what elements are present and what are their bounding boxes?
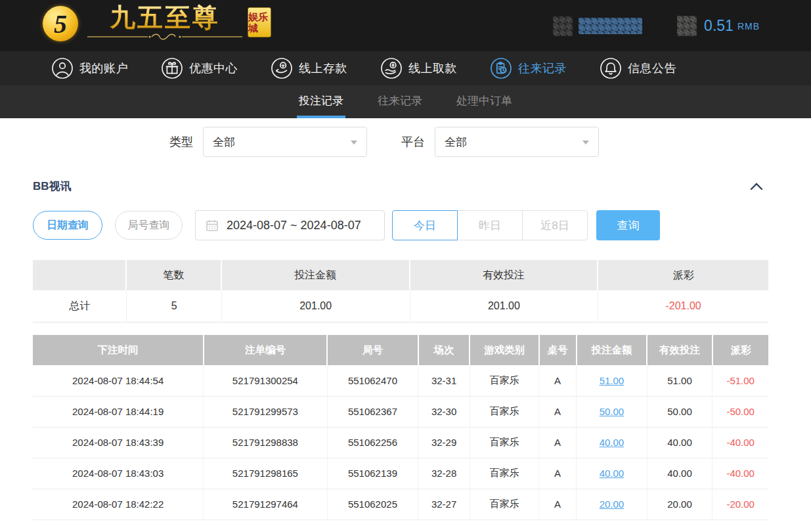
bet-cell: 20.00 — [577, 489, 647, 520]
bet-cell: 2024-08-07 18:44:54 — [33, 365, 204, 396]
bet-table-head: 下注时间注单编号局号场次游戏类别桌号投注金额有效投注派彩 — [33, 335, 768, 365]
bet-column-header: 注单编号 — [204, 335, 327, 365]
summary-value-cell: 201.00 — [410, 290, 599, 322]
filter-row: 类型 全部 平台 全部 — [33, 127, 768, 157]
date-query-button[interactable]: 日期查询 — [33, 211, 102, 240]
bet-cell: 521791297464 — [204, 489, 327, 520]
bet-amount-link[interactable]: 40.00 — [600, 468, 625, 479]
bet-column-header: 投注金额 — [577, 335, 647, 365]
brand-logo[interactable]: 5 九五至尊 娱乐城 — [43, 2, 271, 41]
platform-select-value: 全部 — [445, 135, 467, 150]
bet-cell: 50.00 — [647, 396, 712, 427]
type-select[interactable]: 全部 — [203, 127, 367, 157]
quick-date-button-0[interactable]: 今日 — [392, 210, 458, 240]
logo-icon: 5 — [43, 6, 78, 41]
bet-cell: 521791299573 — [204, 396, 327, 427]
summary-value-cell: 5 — [127, 290, 221, 322]
bet-header-row: 下注时间注单编号局号场次游戏类别桌号投注金额有效投注派彩 — [33, 335, 768, 365]
main-content: 类型 全部 平台 全部 BB视讯 日期查询 局号查询 2024 — [33, 127, 768, 520]
tab-pending[interactable]: 处理中订单 — [454, 85, 514, 118]
type-select-value: 全部 — [213, 135, 235, 150]
search-button[interactable]: 查询 — [596, 210, 660, 240]
bet-column-header: 派彩 — [712, 335, 768, 365]
date-range-picker[interactable]: 2024-08-07 ~ 2024-08-07 — [195, 210, 385, 240]
bet-row: 2024-08-07 18:44:19521791299573551062367… — [33, 396, 768, 427]
nav-item-promo[interactable]: 优惠中心 — [161, 57, 238, 79]
nav-item-label: 线上取款 — [408, 60, 457, 76]
nav-item-account[interactable]: 我的账户 — [51, 57, 128, 79]
brand-name: 九五至尊 — [110, 3, 220, 32]
bet-amount-link[interactable]: 51.00 — [600, 375, 625, 386]
bet-cell: 51.00 — [577, 365, 647, 396]
bet-cell: 50.00 — [577, 396, 647, 427]
bet-cell: 32-31 — [418, 365, 470, 396]
bet-amount-link[interactable]: 40.00 — [600, 437, 625, 448]
summary-value-cell: 201.00 — [222, 290, 410, 322]
calendar-icon — [206, 219, 219, 232]
summary-header-cell: 派彩 — [598, 260, 768, 290]
bet-cell: 2024-08-07 18:44:19 — [33, 396, 204, 427]
nav-item-news[interactable]: 信息公告 — [600, 57, 676, 79]
bet-row: 2024-08-07 18:43:03521791298165551062139… — [33, 458, 768, 489]
bet-records-table: 下注时间注单编号局号场次游戏类别桌号投注金额有效投注派彩 2024-08-07 … — [33, 335, 768, 520]
bet-cell: 32-27 — [418, 489, 470, 520]
quick-date-button-2[interactable]: 近8日 — [522, 210, 588, 240]
bet-cell: A — [539, 396, 577, 427]
bet-cell: 2024-08-07 18:43:39 — [33, 427, 204, 458]
bet-cell: 百家乐 — [470, 396, 538, 427]
deposit-icon — [271, 57, 293, 79]
bet-amount-link[interactable]: 20.00 — [600, 499, 625, 510]
bet-cell: 百家乐 — [470, 427, 538, 458]
withdraw-icon — [380, 57, 403, 79]
section-title: BB视讯 — [33, 179, 72, 194]
bet-cell: 521791298838 — [204, 427, 327, 458]
nav-item-withdraw[interactable]: 线上取款 — [380, 57, 457, 79]
badge-text: 娱乐城 — [248, 11, 271, 33]
bet-cell: 百家乐 — [470, 458, 538, 489]
records-icon — [490, 57, 512, 79]
bet-cell: 40.00 — [577, 458, 647, 489]
bet-cell: 32-28 — [418, 458, 470, 489]
top-header: 5 九五至尊 娱乐城 0.51 RMB — [0, 0, 811, 51]
bet-amount-link[interactable]: 50.00 — [600, 406, 625, 417]
bet-cell: 551062139 — [327, 458, 418, 489]
bet-cell: 521791300254 — [204, 365, 327, 396]
chevron-down-icon — [582, 141, 589, 144]
bet-column-header: 场次 — [418, 335, 470, 365]
bet-row: 2024-08-07 18:42:22521791297464551062025… — [33, 489, 768, 520]
summary-table: 笔数投注金额有效投注派彩 总计5201.00201.00-201.00 — [33, 260, 768, 322]
bet-cell: 40.00 — [647, 458, 712, 489]
date-range-value: 2024-08-07 ~ 2024-08-07 — [227, 219, 361, 233]
nav-item-label: 信息公告 — [628, 60, 676, 76]
nav-item-records[interactable]: 往来记录 — [490, 57, 567, 79]
summary-value-cell: -201.00 — [598, 290, 768, 322]
platform-select[interactable]: 全部 — [435, 127, 599, 157]
query-row: 日期查询 局号查询 2024-08-07 ~ 2024-08-07 今日昨日近8… — [33, 210, 768, 240]
nav-item-deposit[interactable]: 线上存款 — [271, 57, 347, 79]
bell-icon — [600, 57, 622, 79]
round-query-button[interactable]: 局号查询 — [115, 211, 183, 240]
bet-cell: 32-29 — [418, 427, 470, 458]
bet-column-header: 下注时间 — [33, 335, 204, 365]
balance-amount: 0.51 — [704, 17, 734, 35]
nav-item-label: 我的账户 — [79, 60, 128, 76]
bet-cell: 551062025 — [327, 489, 418, 520]
tab-bar: 投注记录往来记录处理中订单 — [0, 85, 811, 118]
bet-cell: 32-30 — [418, 396, 470, 427]
bet-cell: -40.00 — [712, 458, 768, 489]
chevron-up-icon[interactable] — [750, 182, 763, 190]
censored-wallet-icon[interactable] — [677, 16, 697, 36]
tab-transactions[interactable]: 往来记录 — [376, 85, 424, 118]
bet-column-header: 游戏类别 — [470, 335, 538, 365]
quick-date-button-1[interactable]: 昨日 — [457, 210, 523, 240]
summary-header-cell — [33, 260, 127, 290]
censored-user-avatar[interactable] — [553, 16, 573, 36]
main-nav: 我的账户优惠中心线上存款线上取款往来记录信息公告 — [0, 51, 811, 85]
bet-table-body: 2024-08-07 18:44:54521791300254551062470… — [33, 365, 768, 520]
tab-bet-records[interactable]: 投注记录 — [297, 85, 345, 118]
bet-cell: -20.00 — [712, 489, 768, 520]
bet-cell: 百家乐 — [470, 489, 538, 520]
bet-cell: -50.00 — [712, 396, 768, 427]
balance-currency: RMB — [737, 21, 760, 32]
bet-column-header: 桌号 — [539, 335, 577, 365]
